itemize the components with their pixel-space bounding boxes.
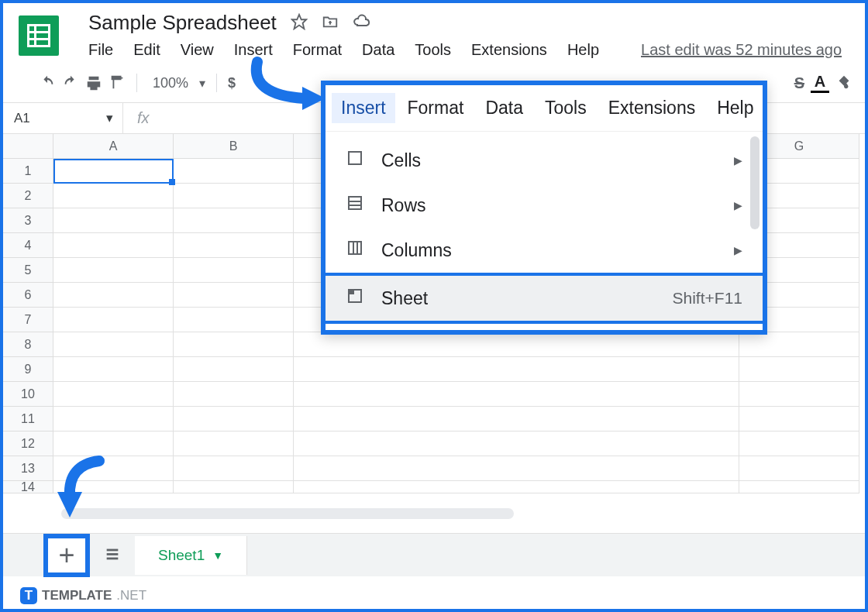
cell[interactable] [174, 456, 294, 481]
popup-menu-extensions[interactable]: Extensions [608, 98, 696, 119]
cell[interactable] [174, 481, 294, 493]
popup-scrollbar[interactable] [750, 136, 760, 229]
row-header[interactable]: 4 [3, 233, 53, 258]
paint-format-icon[interactable] [108, 74, 126, 91]
popup-menu-format[interactable]: Format [408, 98, 464, 119]
menu-file[interactable]: File [88, 41, 113, 59]
svg-marker-15 [57, 492, 82, 517]
row-header[interactable]: 1 [3, 159, 53, 184]
row-header[interactable]: 6 [3, 283, 53, 308]
cell[interactable] [174, 308, 294, 332]
cell[interactable] [174, 407, 294, 431]
cell[interactable] [174, 233, 294, 258]
caret-down-icon[interactable]: ▼ [212, 549, 223, 562]
cell[interactable] [294, 481, 739, 493]
fill-color-icon[interactable] [835, 74, 852, 91]
last-edit-link[interactable]: Last edit was 52 minutes ago [641, 41, 842, 59]
cell[interactable] [53, 258, 174, 283]
cell[interactable] [739, 357, 859, 382]
insert-rows[interactable]: Rows ▶ [326, 183, 763, 228]
cell[interactable] [294, 456, 739, 481]
cell[interactable] [739, 431, 859, 456]
sheets-logo[interactable] [19, 15, 59, 56]
cell[interactable] [53, 208, 174, 233]
cell[interactable] [174, 283, 294, 308]
menu-view[interactable]: View [181, 41, 214, 59]
menu-edit[interactable]: Edit [133, 41, 160, 59]
cell[interactable] [53, 407, 174, 431]
undo-icon[interactable] [39, 74, 56, 91]
menu-tools[interactable]: Tools [415, 41, 451, 59]
cell[interactable] [174, 208, 294, 233]
name-box[interactable]: A1 ▾ [3, 103, 123, 133]
zoom-caret-icon[interactable]: ▾ [199, 76, 205, 91]
redo-icon[interactable] [62, 74, 79, 91]
cell[interactable] [53, 308, 174, 332]
cell[interactable] [53, 184, 174, 208]
cell[interactable] [174, 184, 294, 208]
cell[interactable] [294, 332, 739, 357]
svg-rect-5 [349, 152, 361, 164]
cell[interactable] [294, 357, 739, 382]
row-header[interactable]: 5 [3, 258, 53, 283]
cell[interactable] [739, 481, 859, 493]
chevron-right-icon: ▶ [734, 154, 742, 167]
cell[interactable] [174, 332, 294, 357]
cell[interactable] [174, 431, 294, 456]
move-to-folder-icon[interactable] [322, 13, 339, 33]
cell[interactable] [53, 357, 174, 382]
insert-cells[interactable]: Cells ▶ [326, 138, 763, 183]
col-header-A[interactable]: A [53, 134, 174, 159]
popup-menu-insert[interactable]: Insert [332, 93, 395, 123]
document-title[interactable]: Sample Spreadsheet [88, 11, 277, 35]
popup-menu-help[interactable]: Help [717, 98, 753, 119]
print-icon[interactable] [85, 74, 102, 91]
row-header[interactable]: 9 [3, 357, 53, 382]
row-header[interactable]: 3 [3, 208, 53, 233]
row-header[interactable]: 10 [3, 382, 53, 407]
cell[interactable] [174, 357, 294, 382]
cell[interactable] [739, 332, 859, 357]
cell[interactable] [53, 382, 174, 407]
cell[interactable] [53, 233, 174, 258]
all-sheets-button[interactable] [90, 545, 135, 566]
star-icon[interactable] [291, 13, 308, 33]
cell[interactable] [739, 456, 859, 481]
strikethrough-icon[interactable]: S [794, 74, 804, 92]
name-box-caret-icon[interactable]: ▾ [106, 110, 113, 126]
popup-menu-tools[interactable]: Tools [545, 98, 587, 119]
col-header-B[interactable]: B [174, 134, 294, 159]
insert-sheet[interactable]: Sheet Shift+F11 [326, 273, 763, 324]
row-header[interactable]: 2 [3, 184, 53, 208]
insert-columns[interactable]: Columns ▶ [326, 228, 763, 273]
menu-extensions[interactable]: Extensions [471, 41, 547, 59]
cell[interactable] [739, 382, 859, 407]
row-header[interactable]: 11 [3, 407, 53, 431]
zoom-select[interactable]: 100% [153, 75, 188, 91]
text-color-button[interactable]: A [811, 73, 829, 93]
select-all-corner[interactable] [3, 134, 53, 159]
cell[interactable] [53, 283, 174, 308]
cell[interactable] [294, 382, 739, 407]
row-header[interactable]: 8 [3, 332, 53, 357]
svg-rect-13 [349, 290, 353, 294]
menu-help[interactable]: Help [567, 41, 599, 59]
cell[interactable] [53, 332, 174, 357]
sheet-tab[interactable]: Sheet1 ▼ [135, 536, 247, 575]
horizontal-scrollbar[interactable] [61, 508, 514, 519]
popup-menu-data[interactable]: Data [485, 98, 523, 119]
cloud-status-icon[interactable] [353, 12, 371, 34]
add-sheet-button[interactable]: + [43, 534, 90, 577]
cell[interactable] [294, 431, 739, 456]
row-header[interactable]: 7 [3, 308, 53, 332]
footer-badge: T [20, 587, 37, 604]
menu-data[interactable]: Data [362, 41, 394, 59]
currency-button[interactable]: $ [228, 75, 236, 91]
cell[interactable] [174, 159, 294, 184]
cell[interactable] [739, 407, 859, 431]
cell-A1[interactable] [53, 159, 174, 184]
cell[interactable] [174, 258, 294, 283]
cell[interactable] [174, 382, 294, 407]
rows-icon [346, 194, 364, 217]
cell[interactable] [294, 407, 739, 431]
